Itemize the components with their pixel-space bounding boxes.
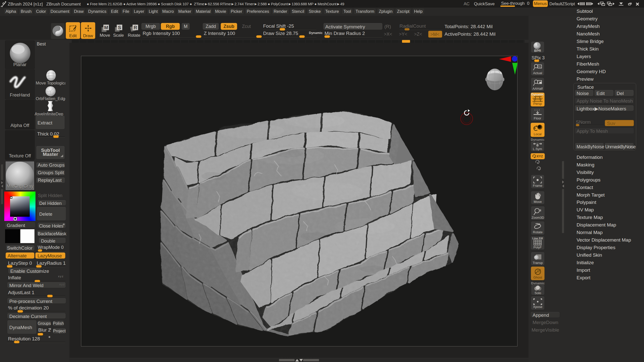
svg-text:x1: x1 [538,65,541,68]
svg-text:M: M [104,25,108,30]
svg-text:S: S [118,25,121,30]
svg-text:Z: Z [539,167,541,170]
svg-text:R: R [134,25,137,30]
svg-text:Y: Y [538,161,540,163]
